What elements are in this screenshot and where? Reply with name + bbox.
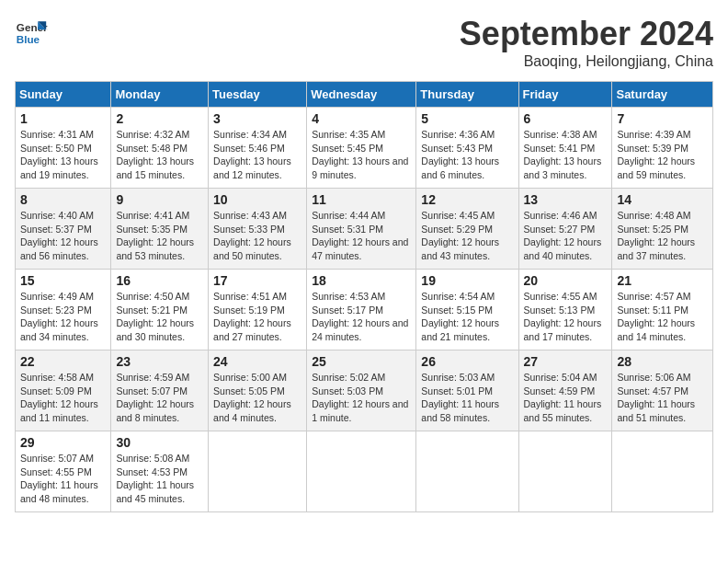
table-row: 5 Sunrise: 4:36 AM Sunset: 5:43 PM Dayli… [416, 108, 518, 189]
table-row: 15 Sunrise: 4:49 AM Sunset: 5:23 PM Dayl… [16, 270, 111, 350]
day-detail: Sunrise: 4:38 AM Sunset: 5:41 PM Dayligh… [524, 128, 608, 182]
table-row: 16 Sunrise: 4:50 AM Sunset: 5:21 PM Dayl… [111, 270, 209, 350]
day-number: 30 [116, 435, 203, 450]
day-detail: Sunrise: 4:50 AM Sunset: 5:21 PM Dayligh… [116, 290, 203, 344]
day-number: 12 [421, 192, 513, 207]
col-monday: Monday [111, 82, 209, 108]
calendar-header-row: Sunday Monday Tuesday Wednesday Thursday… [16, 82, 713, 108]
day-number: 14 [617, 192, 708, 207]
table-row: 23 Sunrise: 4:59 AM Sunset: 5:07 PM Dayl… [111, 350, 209, 431]
day-detail: Sunrise: 4:58 AM Sunset: 5:09 PM Dayligh… [20, 371, 106, 425]
col-tuesday: Tuesday [209, 82, 307, 108]
day-number: 20 [524, 273, 608, 288]
day-detail: Sunrise: 4:31 AM Sunset: 5:50 PM Dayligh… [20, 128, 106, 182]
calendar-week-row: 1 Sunrise: 4:31 AM Sunset: 5:50 PM Dayli… [16, 108, 713, 189]
table-row: 24 Sunrise: 5:00 AM Sunset: 5:05 PM Dayl… [209, 350, 307, 431]
day-detail: Sunrise: 4:41 AM Sunset: 5:35 PM Dayligh… [116, 209, 203, 263]
table-row: 13 Sunrise: 4:46 AM Sunset: 5:27 PM Dayl… [518, 189, 612, 270]
day-detail: Sunrise: 4:54 AM Sunset: 5:15 PM Dayligh… [421, 290, 513, 344]
day-detail: Sunrise: 4:44 AM Sunset: 5:31 PM Dayligh… [312, 209, 411, 263]
day-detail: Sunrise: 4:53 AM Sunset: 5:17 PM Dayligh… [312, 290, 411, 344]
table-row: 14 Sunrise: 4:48 AM Sunset: 5:25 PM Dayl… [612, 189, 713, 270]
day-number: 17 [213, 273, 301, 288]
table-row: 29 Sunrise: 5:07 AM Sunset: 4:55 PM Dayl… [16, 431, 111, 512]
calendar-week-row: 8 Sunrise: 4:40 AM Sunset: 5:37 PM Dayli… [16, 189, 713, 270]
table-row: 10 Sunrise: 4:43 AM Sunset: 5:33 PM Dayl… [209, 189, 307, 270]
day-number: 25 [312, 354, 411, 369]
day-detail: Sunrise: 4:36 AM Sunset: 5:43 PM Dayligh… [421, 128, 513, 182]
table-row: 17 Sunrise: 4:51 AM Sunset: 5:19 PM Dayl… [209, 270, 307, 350]
col-saturday: Saturday [612, 82, 713, 108]
table-row: 1 Sunrise: 4:31 AM Sunset: 5:50 PM Dayli… [16, 108, 111, 189]
title-block: September 2024 Baoqing, Heilongjiang, Ch… [460, 15, 713, 70]
table-row [209, 431, 307, 512]
table-row: 26 Sunrise: 5:03 AM Sunset: 5:01 PM Dayl… [416, 350, 518, 431]
day-detail: Sunrise: 4:43 AM Sunset: 5:33 PM Dayligh… [213, 209, 301, 263]
col-wednesday: Wednesday [307, 82, 416, 108]
col-sunday: Sunday [16, 82, 111, 108]
table-row: 20 Sunrise: 4:55 AM Sunset: 5:13 PM Dayl… [518, 270, 612, 350]
calendar-week-row: 15 Sunrise: 4:49 AM Sunset: 5:23 PM Dayl… [16, 270, 713, 350]
table-row: 2 Sunrise: 4:32 AM Sunset: 5:48 PM Dayli… [111, 108, 209, 189]
day-number: 28 [617, 354, 708, 369]
table-row: 3 Sunrise: 4:34 AM Sunset: 5:46 PM Dayli… [209, 108, 307, 189]
day-number: 15 [20, 273, 106, 288]
table-row: 28 Sunrise: 5:06 AM Sunset: 4:57 PM Dayl… [612, 350, 713, 431]
day-number: 18 [312, 273, 411, 288]
day-detail: Sunrise: 5:00 AM Sunset: 5:05 PM Dayligh… [213, 371, 301, 425]
table-row: 19 Sunrise: 4:54 AM Sunset: 5:15 PM Dayl… [416, 270, 518, 350]
day-number: 6 [524, 111, 608, 126]
day-number: 10 [213, 192, 301, 207]
logo: General Blue [15, 15, 48, 48]
table-row [307, 431, 416, 512]
day-number: 26 [421, 354, 513, 369]
day-detail: Sunrise: 4:59 AM Sunset: 5:07 PM Dayligh… [116, 371, 203, 425]
day-number: 11 [312, 192, 411, 207]
day-number: 13 [524, 192, 608, 207]
day-detail: Sunrise: 4:45 AM Sunset: 5:29 PM Dayligh… [421, 209, 513, 263]
day-detail: Sunrise: 4:39 AM Sunset: 5:39 PM Dayligh… [617, 128, 708, 182]
day-detail: Sunrise: 5:06 AM Sunset: 4:57 PM Dayligh… [617, 371, 708, 425]
day-number: 1 [20, 111, 106, 126]
day-number: 21 [617, 273, 708, 288]
table-row [518, 431, 612, 512]
table-row: 4 Sunrise: 4:35 AM Sunset: 5:45 PM Dayli… [307, 108, 416, 189]
day-number: 4 [312, 111, 411, 126]
day-number: 29 [20, 435, 106, 450]
table-row: 6 Sunrise: 4:38 AM Sunset: 5:41 PM Dayli… [518, 108, 612, 189]
table-row: 11 Sunrise: 4:44 AM Sunset: 5:31 PM Dayl… [307, 189, 416, 270]
calendar-table: Sunday Monday Tuesday Wednesday Thursday… [15, 81, 713, 512]
day-number: 8 [20, 192, 106, 207]
day-detail: Sunrise: 4:48 AM Sunset: 5:25 PM Dayligh… [617, 209, 708, 263]
day-number: 9 [116, 192, 203, 207]
calendar-week-row: 22 Sunrise: 4:58 AM Sunset: 5:09 PM Dayl… [16, 350, 713, 431]
col-thursday: Thursday [416, 82, 518, 108]
table-row: 27 Sunrise: 5:04 AM Sunset: 4:59 PM Dayl… [518, 350, 612, 431]
table-row: 22 Sunrise: 4:58 AM Sunset: 5:09 PM Dayl… [16, 350, 111, 431]
day-detail: Sunrise: 4:34 AM Sunset: 5:46 PM Dayligh… [213, 128, 301, 182]
table-row: 25 Sunrise: 5:02 AM Sunset: 5:03 PM Dayl… [307, 350, 416, 431]
day-number: 16 [116, 273, 203, 288]
calendar-week-row: 29 Sunrise: 5:07 AM Sunset: 4:55 PM Dayl… [16, 431, 713, 512]
day-detail: Sunrise: 4:32 AM Sunset: 5:48 PM Dayligh… [116, 128, 203, 182]
day-detail: Sunrise: 4:35 AM Sunset: 5:45 PM Dayligh… [312, 128, 411, 182]
day-detail: Sunrise: 5:03 AM Sunset: 5:01 PM Dayligh… [421, 371, 513, 425]
day-detail: Sunrise: 5:04 AM Sunset: 4:59 PM Dayligh… [524, 371, 608, 425]
day-number: 27 [524, 354, 608, 369]
day-number: 2 [116, 111, 203, 126]
day-number: 19 [421, 273, 513, 288]
day-number: 7 [617, 111, 708, 126]
table-row: 8 Sunrise: 4:40 AM Sunset: 5:37 PM Dayli… [16, 189, 111, 270]
table-row: 21 Sunrise: 4:57 AM Sunset: 5:11 PM Dayl… [612, 270, 713, 350]
day-number: 22 [20, 354, 106, 369]
month-title: September 2024 [460, 15, 713, 53]
table-row: 7 Sunrise: 4:39 AM Sunset: 5:39 PM Dayli… [612, 108, 713, 189]
day-number: 23 [116, 354, 203, 369]
day-detail: Sunrise: 5:07 AM Sunset: 4:55 PM Dayligh… [20, 452, 106, 506]
day-number: 24 [213, 354, 301, 369]
col-friday: Friday [518, 82, 612, 108]
table-row [612, 431, 713, 512]
day-detail: Sunrise: 4:51 AM Sunset: 5:19 PM Dayligh… [213, 290, 301, 344]
day-detail: Sunrise: 4:57 AM Sunset: 5:11 PM Dayligh… [617, 290, 708, 344]
location-title: Baoqing, Heilongjiang, China [460, 53, 713, 70]
